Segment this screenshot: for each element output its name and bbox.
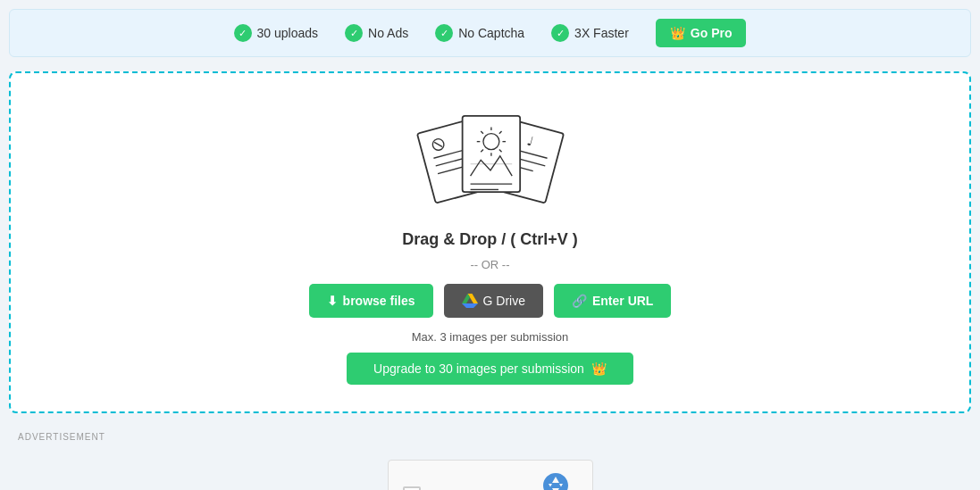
top-banner: ✓ 30 uploads ✓ No Ads ✓ No Captcha ✓ 3X … — [9, 9, 971, 57]
banner-item-uploads: ✓ 30 uploads — [234, 24, 319, 42]
upgrade-crown-icon: 👑 — [591, 361, 607, 376]
check-icon-uploads: ✓ — [234, 24, 252, 42]
action-buttons: ⬇ browse files G Drive 🔗 Enter URL — [309, 284, 672, 318]
download-icon: ⬇ — [327, 294, 338, 308]
captcha-checkbox[interactable] — [403, 486, 421, 490]
enter-url-button[interactable]: 🔗 Enter URL — [554, 284, 671, 318]
go-pro-button[interactable]: 👑 Go Pro — [656, 19, 747, 47]
page-wrapper: ✓ 30 uploads ✓ No Ads ✓ No Captcha ✓ 3X … — [9, 9, 971, 490]
no-ads-label: No Ads — [368, 26, 408, 40]
crown-icon: 👑 — [670, 26, 685, 40]
max-images-text: Max. 3 images per submission — [412, 330, 569, 344]
banner-item-no-ads: ✓ No Ads — [345, 24, 408, 42]
link-icon: 🔗 — [572, 294, 587, 308]
captcha-right: reCAPTCHA Privacy - Terms — [534, 471, 577, 490]
faster-label: 3X Faster — [574, 26, 629, 40]
svg-marker-26 — [462, 303, 478, 308]
go-pro-label: Go Pro — [691, 26, 733, 40]
check-icon-no-ads: ✓ — [345, 24, 363, 42]
check-icon-faster: ✓ — [551, 24, 569, 42]
uploads-label: 30 uploads — [257, 26, 319, 40]
no-captcha-label: No Captcha — [458, 26, 524, 40]
file-illustration: ♩ — [410, 100, 571, 216]
recaptcha-logo — [541, 471, 570, 490]
captcha-left: I'm not a robot — [403, 486, 504, 490]
gdrive-label: G Drive — [483, 294, 525, 308]
drop-zone[interactable]: ♩ Drag & Drop / ( Ctrl+V ) -- OR -- ⬇ — [9, 71, 971, 413]
captcha-container: I'm not a robot reCAPTCHA Privacy - Term… — [388, 460, 593, 490]
upgrade-button[interactable]: Upgrade to 30 images per submission 👑 — [347, 353, 633, 385]
banner-item-no-captcha: ✓ No Captcha — [435, 24, 524, 42]
svg-marker-24 — [467, 294, 478, 303]
captcha-section: I'm not a robot reCAPTCHA Privacy - Term… — [9, 460, 971, 490]
drag-drop-text: Drag & Drop / ( Ctrl+V ) — [402, 230, 578, 249]
ad-label: ADVERTISEMENT — [9, 432, 105, 442]
banner-item-faster: ✓ 3X Faster — [551, 24, 629, 42]
check-icon-no-captcha: ✓ — [435, 24, 453, 42]
gdrive-button[interactable]: G Drive — [444, 284, 543, 318]
browse-label: browse files — [343, 294, 415, 308]
gdrive-icon — [462, 293, 478, 309]
ad-section: ADVERTISEMENT — [9, 428, 971, 442]
upgrade-label: Upgrade to 30 images per submission — [373, 361, 584, 376]
enter-url-label: Enter URL — [592, 294, 653, 308]
or-text: -- OR -- — [470, 258, 509, 271]
browse-files-button[interactable]: ⬇ browse files — [309, 284, 433, 318]
